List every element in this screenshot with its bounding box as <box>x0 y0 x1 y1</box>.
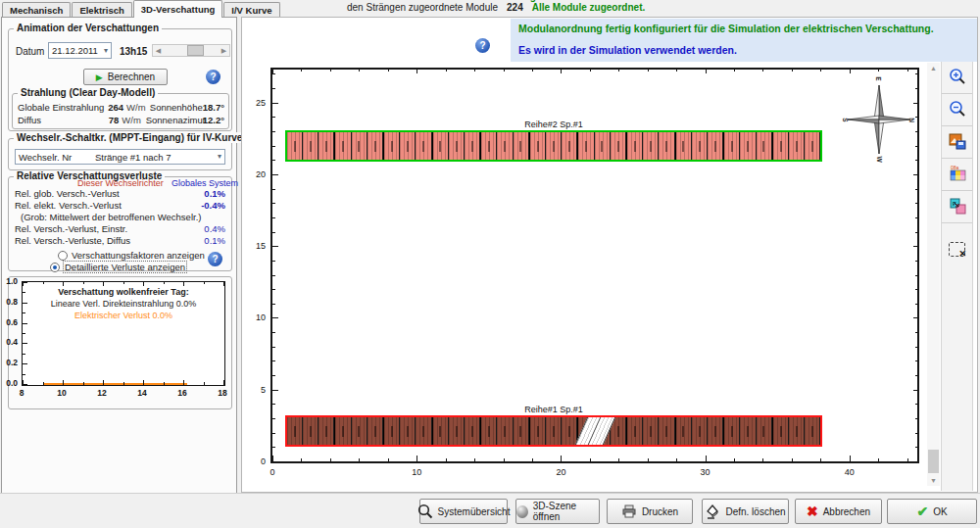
main-panel: ? Modulanordnung fertig konfiguriert für… <box>241 17 978 493</box>
button-label: Drucken <box>642 506 678 517</box>
row-label: Reihe#2 Sp.#1 <box>287 120 821 129</box>
slider-right-arrow-icon[interactable]: ▶ <box>219 45 229 56</box>
time-value: 13h15 <box>120 46 147 57</box>
help-icon[interactable]: ? <box>208 252 222 266</box>
mini-x-tick-label: 18 <box>213 388 232 398</box>
time-slider[interactable]: ◀ ▶ <box>152 44 230 57</box>
mini-y-tick-label: 0.0 <box>3 378 18 388</box>
pv-module <box>789 417 805 445</box>
pv-module <box>303 132 318 160</box>
pv-module <box>772 132 789 160</box>
zoom-in-icon <box>949 68 966 87</box>
scrollbar-thumb[interactable] <box>928 450 939 473</box>
color-table-icon: 08a <box>949 165 966 184</box>
slider-thumb[interactable] <box>187 45 204 56</box>
group-strahlung-title: Strahlung (Clear Day-Modell) <box>18 87 158 98</box>
defn-löschen-button[interactable]: Defn. löschen <box>702 499 789 524</box>
scroll-up-icon[interactable]: ▲ <box>927 63 940 73</box>
svg-text:08a: 08a <box>951 165 959 170</box>
plot-y-tick-label: 10 <box>248 312 266 322</box>
color-table-button[interactable]: 08a <box>942 159 972 191</box>
inverter-select[interactable]: Wechselr. Nr Stränge #1 nach 7 ▾ <box>15 149 225 165</box>
green-check-icon: ✔ <box>916 504 928 518</box>
tab-bar: MechanischElektrisch3D-VerschattungI/V K… <box>2 2 281 18</box>
tab-3d-verschattung[interactable]: 3D-Verschattung <box>133 0 223 18</box>
slider-track[interactable] <box>164 45 219 56</box>
plot-x-tick-label: 20 <box>551 467 570 477</box>
play-icon: ▶ <box>96 72 103 82</box>
left-panel-content: Animation der Verschattungen Datum 21.12… <box>1 17 237 527</box>
pv-module <box>789 132 805 160</box>
radio-icon[interactable] <box>50 263 60 272</box>
copy-colors-button[interactable]: F <box>942 191 972 223</box>
module-row[interactable] <box>285 130 823 162</box>
pv-module <box>562 417 577 445</box>
help-icon[interactable]: ? <box>206 70 220 84</box>
pv-module <box>546 132 562 160</box>
help-icon[interactable]: ? <box>475 38 490 53</box>
pv-module <box>740 417 756 445</box>
radio-show-details[interactable]: Detaillierte Verluste anzeigen <box>50 262 186 272</box>
scroll-down-icon[interactable]: ▼ <box>927 475 940 486</box>
3d-szene-öffnen-button[interactable]: 3D-Szene öffnen <box>515 499 600 524</box>
save-image-button[interactable] <box>942 126 972 159</box>
mini-y-tick-label: 1.0 <box>3 276 18 286</box>
pv-module <box>383 132 400 160</box>
assignment-count: 224 <box>507 2 523 13</box>
pv-module <box>416 132 431 160</box>
button-label: OK <box>933 506 947 517</box>
electrical-loss-series <box>43 383 188 385</box>
group-mppt: Wechselr.-Schaltkr. (MPPT-Eingang) für I… <box>8 138 232 170</box>
losses-col-left: Dieser Wechselrichter <box>77 178 164 188</box>
plot-y-tick-label: 5 <box>248 385 266 395</box>
tab-mechanisch[interactable]: Mechanisch <box>2 2 71 18</box>
zoom-out-icon <box>949 100 966 120</box>
slider-left-arrow-icon[interactable]: ◀ <box>153 45 164 56</box>
pv-module <box>740 132 756 160</box>
pv-module <box>480 132 497 160</box>
tab-elektrisch[interactable]: Elektrisch <box>72 2 131 18</box>
inverter-select-value: Stränge #1 nach 7 <box>95 152 172 163</box>
compass-right-label: N <box>908 118 915 122</box>
pv-module <box>287 132 303 160</box>
loss-row: Rel. Versch.-Verluste, Diffus0.1% <box>15 235 225 246</box>
button-label: Defn. löschen <box>725 506 785 517</box>
pv-module <box>303 417 318 445</box>
ok-button[interactable]: ✔OK <box>887 499 977 524</box>
clear-selection-button[interactable]: ✕ <box>942 233 972 265</box>
plot-y-tick-label: 0 <box>248 456 266 466</box>
mini-x-tick-label: 12 <box>92 388 112 398</box>
abbrechen-button[interactable]: ✖Abbrechen <box>795 499 882 524</box>
radio-show-factors[interactable]: Verschattungsfaktoren anzeigen <box>58 250 205 261</box>
module-row[interactable] <box>285 415 823 447</box>
pv-module <box>352 132 368 160</box>
group-daily-chart: Verschattung wolkenfreier Tag: Lineare V… <box>8 276 232 409</box>
pv-module <box>318 417 334 445</box>
assignment-row-strings: den Strängen zugeordnete Module 224 Alle… <box>347 2 645 13</box>
radio-icon[interactable] <box>58 251 68 261</box>
pv-module <box>708 132 723 160</box>
date-combo[interactable]: 21.12.2011 ▾ <box>48 42 112 59</box>
drucken-button[interactable]: Drucken <box>607 499 693 524</box>
pv-module <box>643 132 659 160</box>
zoom-in-button[interactable] <box>942 62 972 94</box>
systemübersicht-button[interactable]: Systemübersicht <box>419 499 508 524</box>
berechnen-button[interactable]: ▶ Berechnen <box>83 69 168 85</box>
pv-module <box>497 132 513 160</box>
button-label: Abbrechen <box>823 506 870 517</box>
plot-vertical-scrollbar[interactable]: ▲ ▼ <box>927 63 940 486</box>
magnifier-icon <box>417 504 433 519</box>
plot-y-tick-label: 15 <box>248 241 266 251</box>
date-value: 21.12.2011 <box>52 45 98 56</box>
compass-bottom-label: W <box>876 156 883 162</box>
pv-module <box>432 132 449 160</box>
info-message-simulation: Es wird in der Simulation verwendet werd… <box>518 44 969 56</box>
module-assignment-strip: Gesamtzahl der Module 224 Alle Module zu… <box>241 0 978 16</box>
group-losses: Relative Verschattungsverluste Dieser We… <box>8 176 232 271</box>
zoom-out-button[interactable] <box>942 94 972 126</box>
pv-module <box>383 417 400 445</box>
pv-module <box>675 417 692 445</box>
chevron-down-icon: ▾ <box>218 153 221 161</box>
irradiance-row: Diffus78W/mSonnenazimut12.2° <box>18 114 224 126</box>
pv-module <box>562 132 577 160</box>
